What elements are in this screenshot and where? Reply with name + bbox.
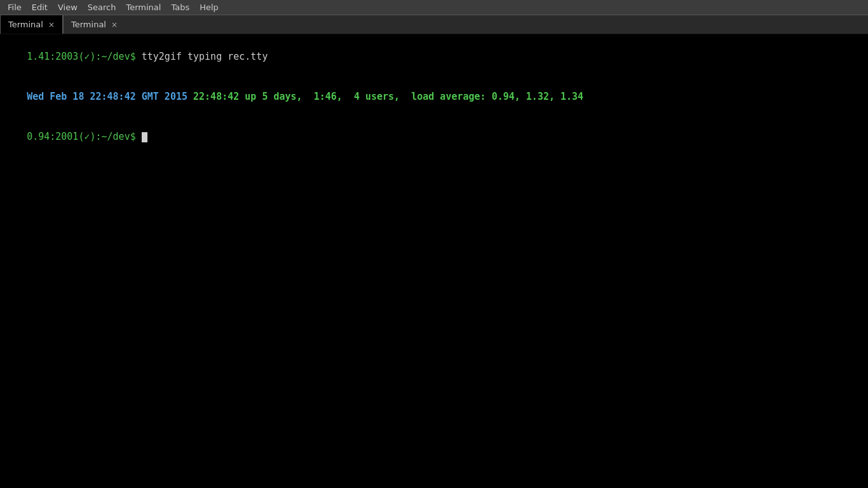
tab-terminal-active[interactable]: Terminal × — [0, 15, 63, 34]
tab-bar: Terminal × Terminal × — [0, 15, 868, 34]
command-line1: tty2gif typing rec.tty — [142, 51, 268, 62]
terminal-line-3: 0.94:2001(✓):~/dev$ — [4, 117, 864, 157]
terminal-cursor — [142, 132, 147, 142]
menu-view[interactable]: View — [53, 1, 83, 13]
menu-tabs[interactable]: Tabs — [166, 1, 194, 13]
prompt-prefix-line1: 1.41:2003(✓):~/dev$ — [27, 51, 142, 62]
menu-search[interactable]: Search — [83, 1, 121, 13]
menu-edit[interactable]: Edit — [27, 1, 53, 13]
terminal-body[interactable]: 1.41:2003(✓):~/dev$ tty2gif typing rec.t… — [0, 34, 868, 488]
menu-help[interactable]: Help — [194, 1, 224, 13]
prompt-prefix-line3: 0.94:2001(✓):~/dev$ — [27, 131, 142, 142]
terminal-line-1: 1.41:2003(✓):~/dev$ tty2gif typing rec.t… — [4, 37, 864, 77]
menu-terminal[interactable]: Terminal — [121, 1, 166, 13]
tab-terminal-inactive[interactable]: Terminal × — [63, 15, 125, 34]
menu-file[interactable]: File — [3, 1, 27, 13]
uptime-rest: 22:48:42 up 5 days, 1:46, 4 users, load … — [187, 91, 583, 102]
tab-inactive-label: Terminal — [71, 20, 106, 29]
menu-bar: File Edit View Search Terminal Tabs Help — [0, 0, 868, 15]
uptime-date: Wed Feb 18 22:48:42 GMT 2015 — [27, 91, 187, 102]
tab-close-button[interactable]: × — [48, 20, 55, 29]
tab-inactive-close-button[interactable]: × — [111, 20, 118, 29]
tab-active-label: Terminal — [8, 20, 43, 29]
terminal-line-2: Wed Feb 18 22:48:42 GMT 2015 22:48:42 up… — [4, 77, 864, 117]
